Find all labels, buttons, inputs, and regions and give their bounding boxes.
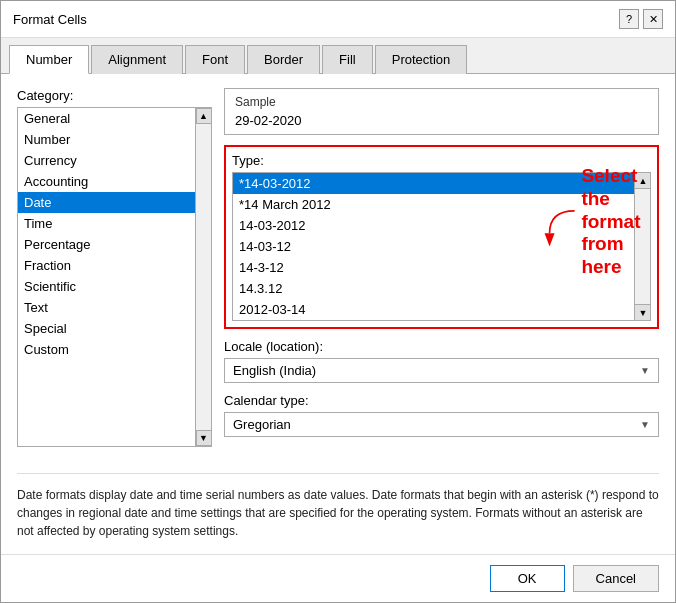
title-bar: Format Cells ? ✕ xyxy=(1,1,675,38)
calendar-value: Gregorian xyxy=(233,417,291,432)
category-item-date[interactable]: Date xyxy=(18,192,195,213)
close-button[interactable]: ✕ xyxy=(643,9,663,29)
locale-dropdown[interactable]: English (India) ▼ xyxy=(224,358,659,383)
type-item-5[interactable]: 14.3.12 xyxy=(233,278,634,299)
type-wrapper: Type: *14-03-2012 *14 March 2012 14-03-2… xyxy=(224,145,659,329)
sample-box: Sample 29-02-2020 xyxy=(224,88,659,135)
main-area: Category: General Number Currency Accoun… xyxy=(17,88,659,465)
type-item-3[interactable]: 14-03-12 xyxy=(233,236,634,257)
type-label: Type: xyxy=(232,153,651,168)
category-item-custom[interactable]: Custom xyxy=(18,339,195,360)
category-item-special[interactable]: Special xyxy=(18,318,195,339)
cancel-button[interactable]: Cancel xyxy=(573,565,659,592)
category-scrollbar: ▲ ▼ xyxy=(195,108,211,446)
content-area: Category: General Number Currency Accoun… xyxy=(1,74,675,554)
type-item-0[interactable]: *14-03-2012 xyxy=(233,173,634,194)
category-item-scientific[interactable]: Scientific xyxy=(18,276,195,297)
locale-label: Locale (location): xyxy=(224,339,659,354)
type-item-6[interactable]: 2012-03-14 xyxy=(233,299,634,320)
tab-bar: Number Alignment Font Border Fill Protec… xyxy=(1,38,675,74)
tab-protection[interactable]: Protection xyxy=(375,45,468,74)
category-item-accounting[interactable]: Accounting xyxy=(18,171,195,192)
category-item-fraction[interactable]: Fraction xyxy=(18,255,195,276)
category-label: Category: xyxy=(17,88,212,103)
tab-border[interactable]: Border xyxy=(247,45,320,74)
category-item-time[interactable]: Time xyxy=(18,213,195,234)
help-button[interactable]: ? xyxy=(619,9,639,29)
type-scrollbar: ▲ ▼ xyxy=(634,173,650,320)
type-scroll-up[interactable]: ▲ xyxy=(635,173,651,189)
category-item-currency[interactable]: Currency xyxy=(18,150,195,171)
type-item-2[interactable]: 14-03-2012 xyxy=(233,215,634,236)
category-item-general[interactable]: General xyxy=(18,108,195,129)
tab-fill[interactable]: Fill xyxy=(322,45,373,74)
category-scroll-down[interactable]: ▼ xyxy=(196,430,212,446)
type-section: Type: *14-03-2012 *14 March 2012 14-03-2… xyxy=(224,145,659,329)
tab-font[interactable]: Font xyxy=(185,45,245,74)
sample-value: 29-02-2020 xyxy=(235,113,648,128)
category-section: Category: General Number Currency Accoun… xyxy=(17,88,212,465)
type-item-1[interactable]: *14 March 2012 xyxy=(233,194,634,215)
type-scroll-down[interactable]: ▼ xyxy=(635,304,651,320)
category-item-number[interactable]: Number xyxy=(18,129,195,150)
category-item-text[interactable]: Text xyxy=(18,297,195,318)
footer: OK Cancel xyxy=(1,554,675,602)
type-list: *14-03-2012 *14 March 2012 14-03-2012 14… xyxy=(232,172,651,321)
calendar-dropdown-arrow: ▼ xyxy=(640,419,650,430)
tab-alignment[interactable]: Alignment xyxy=(91,45,183,74)
category-scroll-up[interactable]: ▲ xyxy=(196,108,212,124)
calendar-section: Calendar type: Gregorian ▼ xyxy=(224,393,659,437)
tab-number[interactable]: Number xyxy=(9,45,89,74)
title-bar-buttons: ? ✕ xyxy=(619,9,663,29)
right-section: Sample 29-02-2020 Type: *14-03-2012 *14 … xyxy=(224,88,659,465)
locale-dropdown-arrow: ▼ xyxy=(640,365,650,376)
category-list: General Number Currency Accounting Date … xyxy=(17,107,212,447)
calendar-label: Calendar type: xyxy=(224,393,659,408)
dialog-title: Format Cells xyxy=(13,12,87,27)
locale-value: English (India) xyxy=(233,363,316,378)
description-text: Date formats display date and time seria… xyxy=(17,473,659,540)
type-item-4[interactable]: 14-3-12 xyxy=(233,257,634,278)
locale-section: Locale (location): English (India) ▼ xyxy=(224,339,659,383)
category-item-percentage[interactable]: Percentage xyxy=(18,234,195,255)
ok-button[interactable]: OK xyxy=(490,565,565,592)
sample-label: Sample xyxy=(235,95,648,109)
calendar-dropdown[interactable]: Gregorian ▼ xyxy=(224,412,659,437)
format-cells-dialog: Format Cells ? ✕ Number Alignment Font B… xyxy=(0,0,676,603)
